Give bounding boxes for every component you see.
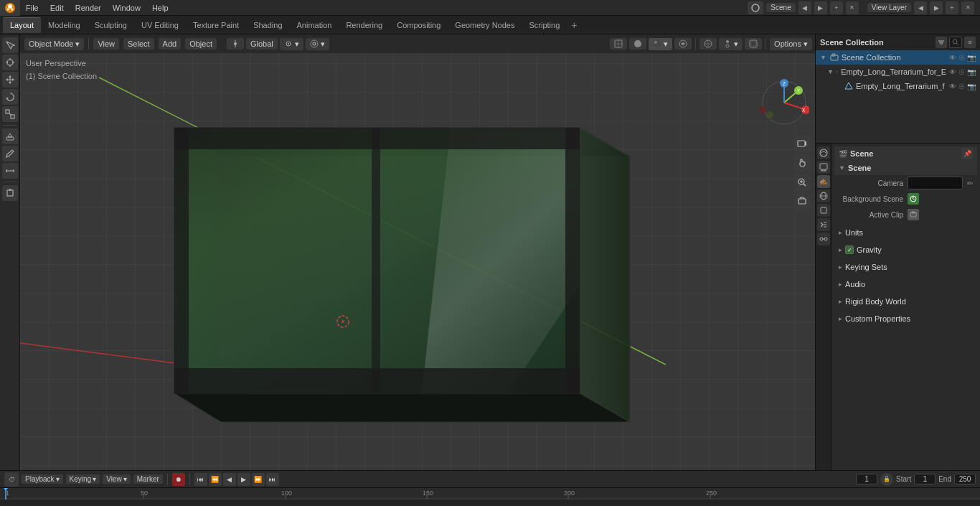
- vp1-icon[interactable]: ☉: [958, 68, 965, 76]
- timeline-ruler[interactable]: 1 50 100 150 200 250: [0, 488, 980, 500]
- viewport-shading-wire[interactable]: [610, 38, 627, 50]
- view-layer-add-btn[interactable]: +: [946, 1, 958, 14]
- transform-tool-btn[interactable]: [2, 128, 18, 144]
- scene-next-btn[interactable]: ▶: [814, 1, 827, 14]
- gizmo-toggle-btn[interactable]: [699, 38, 717, 50]
- overlays-btn[interactable]: ▾: [719, 38, 743, 50]
- outliner-filter-icon-btn[interactable]: ≡: [964, 37, 976, 48]
- select-tool-btn[interactable]: [2, 37, 18, 53]
- scene-close-btn[interactable]: ✕: [846, 1, 859, 14]
- end-frame-input[interactable]: 250: [954, 474, 976, 484]
- blender-logo[interactable]: [0, 0, 20, 16]
- tab-geometry-nodes[interactable]: Geometry Nodes: [448, 17, 522, 33]
- hand-pan-btn[interactable]: [793, 154, 811, 172]
- audio-header[interactable]: ▸ Audio: [834, 277, 977, 291]
- viewport-shading-solid[interactable]: [629, 38, 646, 50]
- rnd1-icon[interactable]: 📷: [967, 68, 976, 76]
- menu-file[interactable]: File: [20, 0, 44, 16]
- view-layer-prev-btn[interactable]: ◀: [914, 1, 927, 14]
- add-menu-btn[interactable]: Add: [159, 38, 182, 50]
- move-tool-btn[interactable]: [2, 72, 18, 88]
- tab-rendering[interactable]: Rendering: [339, 17, 390, 33]
- prop-tab-scene[interactable]: [817, 175, 830, 188]
- reverse-play-btn[interactable]: ◀: [223, 473, 236, 486]
- tl-view-btn[interactable]: View ▾: [103, 474, 131, 484]
- scene-section-header[interactable]: 🎬 Scene 📌: [834, 146, 977, 161]
- vis2-icon[interactable]: 👁: [949, 83, 956, 90]
- vp2-icon[interactable]: ☉: [958, 83, 965, 90]
- proportional-btn[interactable]: ▾: [306, 38, 329, 50]
- keying-sets-header[interactable]: ▸ Keying Sets: [834, 260, 977, 274]
- gravity-header[interactable]: ▸ ✓ Gravity: [834, 243, 977, 257]
- tab-sculpting[interactable]: Sculpting: [88, 17, 134, 33]
- start-frame-input[interactable]: 1: [914, 474, 936, 484]
- tab-modeling[interactable]: Modeling: [41, 17, 88, 33]
- object-menu-btn[interactable]: Object: [185, 38, 217, 50]
- viewport-gizmo[interactable]: X Y Z: [759, 78, 809, 128]
- current-frame-input[interactable]: 1: [856, 474, 877, 484]
- tab-compositing[interactable]: Compositing: [390, 17, 448, 33]
- cursor-tool-btn[interactable]: [2, 55, 18, 70]
- tab-layout[interactable]: Layout: [3, 17, 41, 33]
- background-scene-eyedropper[interactable]: [908, 193, 919, 205]
- outliner-filter-btn[interactable]: [936, 37, 947, 48]
- render-icon[interactable]: 📷: [967, 54, 976, 62]
- menu-render[interactable]: Render: [70, 0, 107, 16]
- menu-help[interactable]: Help: [146, 0, 174, 16]
- play-btn[interactable]: ▶: [237, 473, 250, 486]
- scale-tool-btn[interactable]: [2, 106, 18, 122]
- outliner-item-mesh1[interactable]: ▼ Empty_Long_Terrarium_for_E 👁 ☉ 📷: [816, 65, 980, 79]
- jump-start-btn[interactable]: ⏮: [194, 473, 207, 486]
- prop-tab-render[interactable]: [817, 146, 830, 159]
- jump-end-btn[interactable]: ⏭: [266, 473, 279, 486]
- view-layer-next-btn[interactable]: ▶: [930, 1, 943, 14]
- prop-tab-constraints[interactable]: [817, 233, 830, 245]
- select-menu-btn[interactable]: Select: [123, 38, 154, 50]
- options-btn[interactable]: Options ▾: [770, 38, 812, 50]
- scene-pin-btn[interactable]: 📌: [961, 148, 973, 159]
- tab-shading[interactable]: Shading: [246, 17, 289, 33]
- outliner-item-collection[interactable]: ▼ Scene Collection 👁 ☉ 📷: [816, 50, 980, 65]
- prop-tab-world[interactable]: [817, 189, 830, 202]
- snap-btn[interactable]: ▾: [280, 38, 303, 50]
- add-object-btn[interactable]: [2, 185, 18, 201]
- next-frame-btn[interactable]: ⏩: [252, 473, 265, 486]
- view-menu-btn[interactable]: View: [93, 38, 119, 50]
- transform-pivot-btn[interactable]: [227, 38, 244, 50]
- rotate-tool-btn[interactable]: [2, 89, 18, 105]
- view-layer-selector[interactable]: View Layer: [867, 3, 911, 12]
- prop-tab-output[interactable]: [817, 161, 830, 174]
- vis1-icon[interactable]: 👁: [949, 68, 956, 76]
- measure-tool-btn[interactable]: [2, 163, 18, 179]
- view-layer-close-btn[interactable]: ✕: [961, 1, 974, 14]
- visibility-icon[interactable]: 👁: [949, 54, 956, 62]
- scene-subsection-header[interactable]: ▼ Scene: [834, 161, 977, 175]
- rigid-body-header[interactable]: ▸ Rigid Body World: [834, 294, 977, 309]
- frame-lock-btn[interactable]: 🔒: [880, 473, 893, 486]
- menu-edit[interactable]: Edit: [44, 0, 70, 16]
- active-tool-icon[interactable]: [748, 1, 763, 14]
- camera-edit-btn[interactable]: ✏: [967, 179, 973, 187]
- tab-uv-editing[interactable]: UV Editing: [134, 17, 186, 33]
- outliner-search[interactable]: [949, 37, 962, 48]
- marker-btn[interactable]: Marker: [133, 474, 163, 484]
- xray-btn[interactable]: [745, 38, 762, 50]
- tab-animation[interactable]: Animation: [290, 17, 339, 33]
- viewport-shading-material[interactable]: ▾: [649, 38, 672, 50]
- record-btn[interactable]: ⏺: [172, 473, 185, 486]
- active-clip-value[interactable]: [908, 209, 919, 220]
- prev-frame-btn[interactable]: ⏪: [209, 473, 222, 486]
- 3d-scene[interactable]: User Perspective (1) Scene Collection X …: [20, 34, 815, 470]
- tab-texture-paint[interactable]: Texture Paint: [186, 17, 246, 33]
- viewport-shading-render[interactable]: [674, 38, 692, 50]
- scene-add-btn[interactable]: +: [830, 1, 843, 14]
- rnd2-icon[interactable]: 📷: [967, 83, 976, 90]
- units-header[interactable]: ▸ Units: [834, 225, 977, 240]
- camera-view-btn[interactable]: [793, 135, 811, 152]
- timeline-type-btn[interactable]: ⏱: [4, 472, 19, 487]
- menu-window[interactable]: Window: [107, 0, 146, 16]
- tab-scripting[interactable]: Scripting: [522, 17, 567, 33]
- keying-btn[interactable]: Keying ▾: [66, 474, 100, 484]
- transform-space-btn[interactable]: Global: [246, 38, 278, 50]
- zoom-btn[interactable]: [793, 174, 811, 191]
